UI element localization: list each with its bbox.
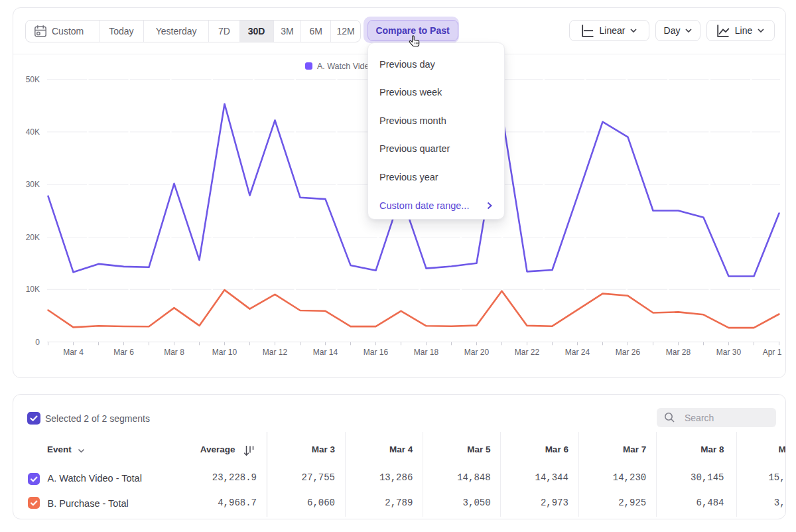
- svg-text:Mar 14: Mar 14: [313, 348, 338, 357]
- svg-text:Mar 8: Mar 8: [164, 348, 184, 357]
- svg-text:Mar 22: Mar 22: [515, 348, 540, 357]
- svg-text:Mar 28: Mar 28: [666, 348, 691, 357]
- svg-text:30K: 30K: [26, 180, 40, 189]
- svg-text:20K: 20K: [26, 233, 40, 242]
- svg-text:Mar 16: Mar 16: [364, 348, 389, 357]
- svg-text:Mar 30: Mar 30: [716, 348, 742, 357]
- svg-text:50K: 50K: [26, 75, 40, 84]
- svg-text:40K: 40K: [26, 127, 40, 137]
- svg-text:Mar 18: Mar 18: [414, 348, 439, 357]
- svg-text:Mar 6: Mar 6: [113, 348, 134, 357]
- svg-text:Mar 4: Mar 4: [63, 348, 84, 357]
- svg-text:0: 0: [35, 338, 40, 347]
- svg-text:Apr 1: Apr 1: [763, 348, 782, 357]
- svg-text:Mar 10: Mar 10: [212, 348, 237, 357]
- svg-text:10K: 10K: [26, 285, 40, 294]
- svg-text:Mar 26: Mar 26: [616, 348, 641, 357]
- svg-text:Mar 20: Mar 20: [464, 348, 490, 357]
- svg-text:Mar 24: Mar 24: [565, 348, 590, 357]
- svg-text:Mar 12: Mar 12: [263, 348, 288, 357]
